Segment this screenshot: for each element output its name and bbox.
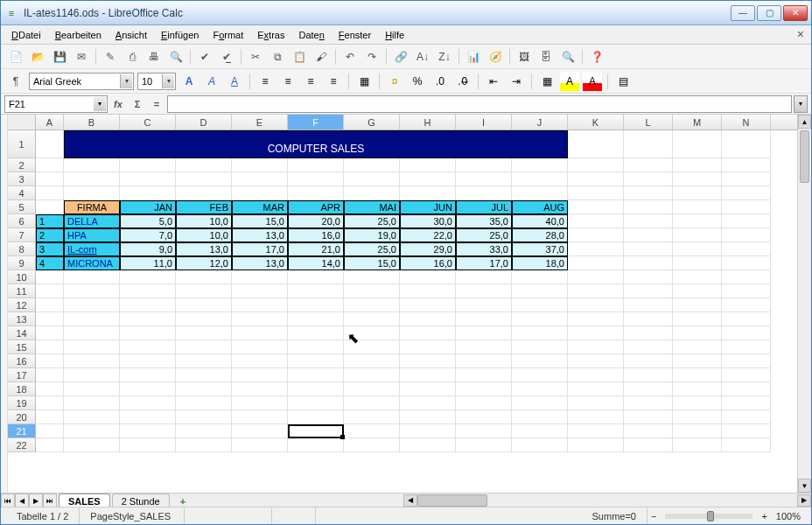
rowhead-20[interactable]: 20	[8, 410, 36, 424]
sort-asc-icon[interactable]: A↓	[413, 47, 432, 66]
currency-icon[interactable]: ¤	[385, 72, 404, 91]
vertical-scrollbar[interactable]: ▲ ▼	[797, 115, 811, 493]
rowhead-5[interactable]: 5	[8, 200, 36, 214]
italic-icon[interactable]: A	[202, 72, 221, 91]
col-C[interactable]: C	[120, 115, 176, 130]
chevron-down-icon[interactable]: ▾	[94, 97, 106, 111]
scroll-right-icon[interactable]: ▶	[797, 494, 811, 507]
equals-icon[interactable]: =	[148, 99, 165, 109]
scroll-left-icon[interactable]: ◀	[403, 494, 417, 507]
help-icon[interactable]: ❓	[587, 47, 606, 66]
menu-extras[interactable]: Extras	[250, 28, 291, 42]
save-icon[interactable]: 💾	[50, 47, 69, 66]
indent-dec-icon[interactable]: ⇤	[484, 72, 503, 91]
percent-icon[interactable]: %	[408, 72, 427, 91]
col-H[interactable]: H	[400, 115, 456, 130]
edit-icon[interactable]: ✎	[101, 47, 120, 66]
chart-icon[interactable]: 📊	[464, 47, 483, 66]
horizontal-scrollbar[interactable]: ◀ ▶	[403, 493, 811, 507]
paste-icon[interactable]: 📋	[290, 47, 309, 66]
col-I[interactable]: I	[456, 115, 512, 130]
menu-hilfe[interactable]: Hilfe	[378, 28, 411, 42]
more-icon[interactable]: ▤	[613, 72, 633, 91]
align-center-icon[interactable]: ≡	[278, 72, 298, 91]
col-L[interactable]: L	[624, 115, 673, 130]
redo-icon[interactable]: ↷	[362, 47, 382, 66]
rowhead-19[interactable]: 19	[8, 396, 36, 410]
col-J[interactable]: J	[512, 115, 568, 130]
chevron-down-icon[interactable]: ▾	[120, 74, 132, 88]
scroll-up-icon[interactable]: ▲	[798, 115, 811, 129]
brush-icon[interactable]: 🖌	[312, 47, 331, 66]
zoom-out-icon[interactable]: −	[648, 511, 660, 522]
email-icon[interactable]: ✉	[72, 47, 91, 66]
maximize-button[interactable]: ▢	[757, 5, 781, 21]
rowhead-8[interactable]: 8	[8, 242, 36, 256]
formula-input[interactable]	[167, 95, 792, 113]
bold-icon[interactable]: A	[179, 72, 199, 91]
chevron-down-icon[interactable]: ▾	[162, 74, 174, 88]
datasource-icon[interactable]: 🗄	[536, 47, 556, 66]
col-A[interactable]: A	[36, 115, 64, 130]
rowhead-10[interactable]: 10	[8, 270, 36, 284]
indent-inc-icon[interactable]: ⇥	[507, 72, 526, 91]
preview-icon[interactable]: 🔍	[166, 47, 186, 66]
navigator-icon[interactable]: 🧭	[486, 47, 505, 66]
rowhead-3[interactable]: 3	[8, 172, 36, 186]
rowhead-6[interactable]: 6	[8, 214, 36, 228]
undo-icon[interactable]: ↶	[340, 47, 360, 66]
col-G[interactable]: G	[344, 115, 400, 130]
border-icon[interactable]: ▦	[537, 72, 556, 91]
zoom-in-icon[interactable]: +	[758, 511, 770, 522]
styles-icon[interactable]: ¶	[6, 72, 25, 91]
print-icon[interactable]: 🖶	[144, 47, 164, 66]
rowhead-2[interactable]: 2	[8, 158, 36, 172]
formula-expand-icon[interactable]: ▾	[794, 95, 808, 113]
rowhead-1[interactable]: 1	[8, 130, 36, 158]
cut-icon[interactable]: ✂	[246, 47, 265, 66]
rowhead-12[interactable]: 12	[8, 298, 36, 312]
rowhead-13[interactable]: 13	[8, 312, 36, 326]
col-B[interactable]: B	[64, 115, 120, 130]
zoom-level[interactable]: 100%	[771, 511, 806, 522]
font-size-combo[interactable]: 10▾	[137, 73, 176, 90]
merge-icon[interactable]: ▦	[354, 72, 374, 91]
sum-icon[interactable]: Σ	[129, 99, 146, 109]
col-D[interactable]: D	[176, 115, 232, 130]
name-box[interactable]: F21▾	[4, 95, 108, 113]
menu-ansicht[interactable]: Ansicht	[108, 28, 154, 42]
rowhead-7[interactable]: 7	[8, 228, 36, 242]
zoom-icon[interactable]: 🔍	[558, 47, 578, 66]
fill-handle[interactable]	[340, 435, 345, 439]
sheet[interactable]: A B C D E F G H I J K L M N 1 COMPUTER S…	[8, 115, 797, 493]
menu-daten[interactable]: Daten	[291, 28, 331, 42]
rowhead-14[interactable]: 14	[8, 326, 36, 340]
rowhead-18[interactable]: 18	[8, 382, 36, 396]
menu-einfuegen[interactable]: Einfügen	[154, 28, 206, 42]
close-button[interactable]: ✕	[783, 5, 808, 21]
rowhead-16[interactable]: 16	[8, 354, 36, 368]
rowhead-22[interactable]: 22	[8, 438, 36, 452]
col-K[interactable]: K	[568, 115, 624, 130]
decimal-add-icon[interactable]: .0	[430, 72, 450, 91]
doc-close-icon[interactable]: ×	[797, 27, 804, 41]
font-name-combo[interactable]: Arial Greek▾	[29, 73, 134, 90]
menu-format[interactable]: Format	[206, 28, 250, 42]
firma-header[interactable]: FIRMA	[64, 200, 120, 214]
col-N[interactable]: N	[722, 115, 771, 130]
copy-icon[interactable]: ⧉	[268, 47, 287, 66]
rowhead-11[interactable]: 11	[8, 284, 36, 298]
rowhead-9[interactable]: 9	[8, 256, 36, 270]
align-left-icon[interactable]: ≡	[256, 72, 275, 91]
zoom-slider[interactable]	[665, 514, 752, 519]
hscroll-thumb[interactable]	[417, 494, 487, 507]
active-cell[interactable]	[288, 424, 344, 438]
title-cell[interactable]: COMPUTER SALES	[64, 130, 568, 158]
col-M[interactable]: M	[673, 115, 722, 130]
autospell-icon[interactable]: ✔̲	[217, 47, 236, 66]
col-F[interactable]: F	[288, 115, 344, 130]
gallery-icon[interactable]: 🖼	[514, 47, 534, 66]
bgcolor-icon[interactable]: A	[560, 72, 579, 91]
minimize-button[interactable]: —	[731, 5, 755, 21]
rowhead-17[interactable]: 17	[8, 368, 36, 382]
